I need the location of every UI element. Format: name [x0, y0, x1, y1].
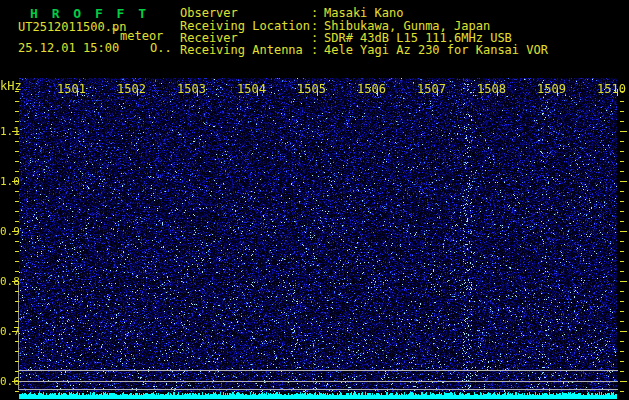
y-minor-tick-right — [620, 351, 624, 352]
y-major-tick-right — [620, 281, 627, 282]
y-minor-tick-right — [620, 191, 624, 192]
x-tick-mark — [617, 89, 618, 96]
y-minor-tick — [15, 271, 19, 272]
y-major-tick — [12, 231, 19, 232]
y-minor-tick-right — [620, 271, 624, 272]
y-minor-tick — [15, 111, 19, 112]
y-minor-tick-right — [620, 361, 624, 362]
signal-level-canvas — [19, 392, 617, 400]
y-minor-tick-right — [620, 201, 624, 202]
filename-clipped-char: ~ — [112, 24, 117, 34]
y-major-tick-right — [620, 381, 627, 382]
y-minor-tick — [15, 371, 19, 372]
y-minor-tick — [15, 201, 19, 202]
y-minor-tick-right — [620, 251, 624, 252]
y-minor-tick-right — [620, 341, 624, 342]
y-major-tick — [12, 281, 19, 282]
info-label-observer: Observer — [180, 6, 238, 20]
y-minor-tick — [15, 121, 19, 122]
reference-line-lower — [19, 389, 618, 390]
info-colon: : — [311, 43, 318, 57]
x-tick-mark — [377, 89, 378, 96]
x-tick-label: 1501 — [57, 82, 86, 96]
y-minor-tick-right — [620, 321, 624, 322]
y-minor-tick-right — [620, 221, 624, 222]
y-major-tick-right — [620, 331, 627, 332]
x-tick-label: 1509 — [537, 82, 566, 96]
x-tick-mark — [317, 89, 318, 96]
y-major-tick — [12, 331, 19, 332]
y-minor-tick-right — [620, 211, 624, 212]
y-minor-tick — [15, 151, 19, 152]
app-title: H R O F F T — [30, 6, 149, 21]
y-minor-tick — [15, 351, 19, 352]
x-tick-label: 1502 — [117, 82, 146, 96]
x-tick-label: 1507 — [417, 82, 446, 96]
y-minor-tick-right — [620, 151, 624, 152]
info-colon: : — [311, 6, 318, 20]
y-minor-tick — [15, 311, 19, 312]
y-minor-tick-right — [620, 371, 624, 372]
x-tick-label: 1508 — [477, 82, 506, 96]
y-minor-tick-right — [620, 241, 624, 242]
x-tick-mark — [257, 89, 258, 96]
y-minor-tick — [15, 341, 19, 342]
x-tick-mark — [437, 89, 438, 96]
y-major-tick-right — [620, 131, 627, 132]
x-tick-mark — [197, 89, 198, 96]
info-value-antenna: 4ele Yagi Az 230 for Kansai VOR — [324, 43, 548, 57]
y-minor-tick — [15, 261, 19, 262]
status-indicator: O.. — [150, 41, 172, 55]
x-tick-mark — [77, 89, 78, 96]
y-major-tick-right — [620, 181, 627, 182]
hrofft-window: H R O F F T UT2512011500.pn ~ meteor 25.… — [0, 0, 629, 400]
x-tick-mark — [137, 89, 138, 96]
y-minor-tick-right — [620, 291, 624, 292]
x-tick-mark — [497, 89, 498, 96]
info-label-antenna: Receiving Antenna — [180, 43, 303, 57]
y-minor-tick — [15, 161, 19, 162]
y-minor-tick — [15, 241, 19, 242]
y-minor-tick — [15, 141, 19, 142]
y-minor-tick-right — [620, 141, 624, 142]
y-major-tick — [12, 181, 19, 182]
spectrogram-canvas — [19, 78, 617, 393]
y-minor-tick — [15, 171, 19, 172]
y-minor-tick-right — [620, 121, 624, 122]
y-minor-tick-right — [620, 171, 624, 172]
y-minor-tick — [15, 391, 19, 392]
reference-line-upper — [19, 370, 618, 371]
y-minor-tick-right — [620, 311, 624, 312]
x-tick-label: 1506 — [357, 82, 386, 96]
y-minor-tick — [15, 361, 19, 362]
y-major-tick — [12, 131, 19, 132]
y-minor-tick — [15, 301, 19, 302]
y-minor-tick — [15, 251, 19, 252]
y-minor-tick — [15, 321, 19, 322]
y-minor-tick-right — [620, 261, 624, 262]
datetime-label: 25.12.01 15:00 — [18, 41, 119, 55]
info-value-observer: Masaki Kano — [324, 6, 403, 20]
reference-line-middle — [19, 381, 618, 382]
x-tick-label: 1505 — [297, 82, 326, 96]
y-major-tick — [12, 381, 19, 382]
x-tick-mark — [557, 89, 558, 96]
y-minor-tick-right — [620, 101, 624, 102]
y-minor-tick-right — [620, 161, 624, 162]
y-major-tick-right — [620, 231, 627, 232]
x-tick-label: 1503 — [177, 82, 206, 96]
x-tick-label: 1510 — [597, 82, 626, 96]
filename-label: UT2512011500.pn — [18, 20, 126, 34]
y-minor-tick-right — [620, 391, 624, 392]
y-minor-tick-right — [620, 301, 624, 302]
y-minor-tick — [15, 211, 19, 212]
y-minor-tick-right — [620, 111, 624, 112]
y-minor-tick — [15, 291, 19, 292]
y-minor-tick-right — [620, 91, 624, 92]
y-minor-tick — [15, 91, 19, 92]
y-minor-tick — [15, 191, 19, 192]
y-minor-tick — [15, 221, 19, 222]
y-minor-tick — [15, 101, 19, 102]
x-tick-label: 1504 — [237, 82, 266, 96]
